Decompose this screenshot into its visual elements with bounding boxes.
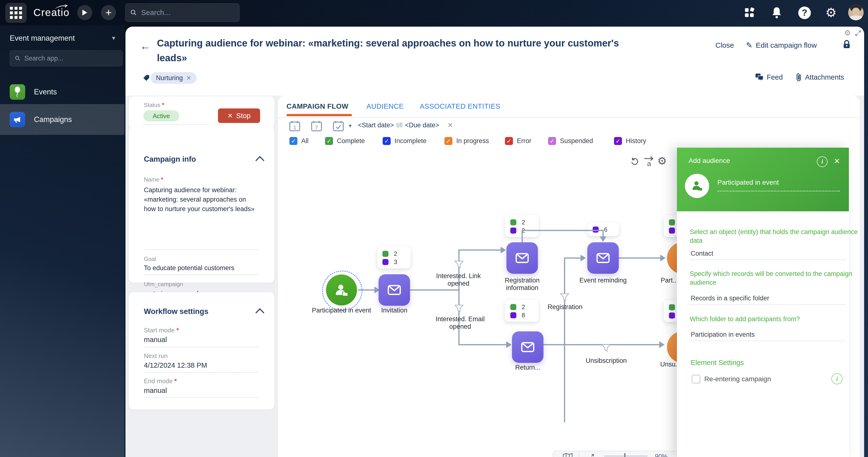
stop-button[interactable]: ✕ Stop (218, 108, 260, 123)
funnel-icon[interactable] (455, 305, 463, 312)
field-underline (690, 304, 845, 305)
tag-chip[interactable]: Nurturing ✕ (151, 72, 197, 84)
field-underline (690, 259, 845, 260)
workspace-selector[interactable]: Event management ▼ (10, 34, 116, 42)
notifications-button[interactable] (771, 6, 783, 20)
node-invitation[interactable] (378, 274, 410, 306)
workflow-title: Workflow settings (144, 307, 208, 316)
field-underline (144, 347, 259, 347)
email-icon (387, 283, 402, 297)
feed-button[interactable]: Feed (755, 73, 783, 81)
field-label: Which folder to add participants from? (690, 315, 859, 323)
campaign-info-card: Campaign info Name Capturing audience fo… (129, 126, 274, 283)
tag-icon (143, 74, 150, 82)
status-label: Status (144, 102, 164, 108)
re-entering-label: Re-entering campaign (704, 375, 771, 383)
app-search[interactable] (10, 51, 123, 66)
expand-icon[interactable] (855, 30, 862, 37)
events-app-icon (10, 84, 25, 100)
edge-label-unsubscription[interactable]: Unsibscription (570, 357, 643, 364)
node-label: Registrationinformation (486, 277, 558, 292)
global-search[interactable] (125, 3, 240, 22)
play-icon (82, 9, 88, 16)
question-icon: ? (802, 8, 807, 18)
collapse-chevron-icon[interactable] (255, 308, 265, 317)
field-underline (144, 274, 259, 275)
info-icon[interactable]: i (817, 156, 828, 167)
attachments-button[interactable]: Attachments (795, 73, 844, 82)
node-label: Return... (491, 364, 564, 371)
header-gear-icon[interactable]: ⚙ (844, 29, 851, 37)
field-value-object[interactable]: Contact (691, 250, 713, 257)
sidebar-item-events[interactable]: Events (0, 80, 124, 104)
logo-arrow-icon (54, 4, 68, 10)
zoom-level: 90% (655, 453, 668, 457)
workplaces-button[interactable] (744, 7, 755, 19)
audience-icon (333, 282, 350, 298)
element-avatar (685, 174, 709, 198)
start-mode-label: Start mode (144, 327, 179, 334)
node-label: Event reminding (567, 277, 640, 284)
element-settings-section: Element Settings (691, 359, 744, 367)
run-process-button[interactable] (77, 5, 92, 20)
next-run-value[interactable]: 4/12/2024 12:38 PM (144, 361, 207, 369)
field-value-records[interactable]: Records in a specific folder (691, 295, 769, 302)
global-search-input[interactable] (141, 8, 235, 17)
top-bar: Creatio + (0, 0, 868, 25)
back-button[interactable]: ← (140, 40, 151, 52)
zoom-slider-handle[interactable] (624, 453, 625, 457)
info-icon[interactable]: i (831, 373, 843, 384)
edit-campaign-flow-button[interactable]: ✎ Edit campaign flow (746, 41, 817, 50)
x-icon: ✕ (227, 112, 233, 120)
field-value-folder[interactable]: Participation in events (691, 331, 755, 338)
node-registration-information[interactable] (506, 242, 538, 274)
tag-remove-icon[interactable]: ✕ (186, 74, 191, 81)
funnel-icon[interactable] (455, 261, 463, 268)
app-launcher-button[interactable] (5, 3, 27, 23)
end-mode-value[interactable]: manual (144, 387, 167, 395)
bell-icon (771, 6, 783, 20)
node-participated-in-event[interactable] (326, 274, 357, 305)
element-name[interactable]: Participated in event (717, 178, 779, 186)
edge-label-email-opened[interactable]: Interested. Emailopened (424, 316, 496, 330)
user-avatar[interactable] (848, 5, 864, 20)
add-record-button[interactable]: + (101, 5, 116, 20)
minimap-icon[interactable] (563, 453, 572, 457)
panel-close-icon[interactable]: ✕ (834, 157, 840, 165)
sidebar: Event management ▼ Events (0, 25, 124, 457)
field-label: Select an object (entity) that holds the… (690, 228, 859, 245)
app-search-input[interactable] (24, 55, 118, 62)
utm-label: Utm_campaign (144, 281, 183, 288)
node-return[interactable] (512, 331, 544, 363)
email-icon (520, 339, 535, 355)
gear-icon: ⚙ (826, 6, 837, 20)
goal-value[interactable]: To educate potential customers (144, 264, 235, 272)
pencil-icon: ✎ (746, 41, 752, 50)
stop-label: Stop (236, 112, 251, 120)
sidebar-item-label: Campaigns (34, 115, 72, 124)
collapse-chevron-icon[interactable] (255, 156, 265, 165)
status-badge[interactable]: Active (144, 110, 179, 122)
re-entering-checkbox[interactable] (692, 375, 701, 383)
paperclip-icon (795, 73, 802, 82)
field-underline (144, 397, 259, 398)
lock-icon[interactable] (842, 39, 851, 50)
node-event-reminding[interactable] (587, 242, 619, 274)
panel-header: Add audience i ✕ Participated in event (677, 148, 849, 211)
funnel-icon[interactable] (561, 294, 569, 300)
megaphone-icon (13, 115, 22, 124)
name-value[interactable]: Capturing audience for webinar: «marketi… (144, 186, 258, 214)
element-settings-panel: Add audience i ✕ Participated in event S… (677, 148, 849, 457)
search-icon (15, 55, 20, 62)
help-button[interactable]: ? (798, 6, 811, 19)
sidebar-item-campaigns[interactable]: Campaigns (0, 104, 124, 135)
start-mode-value[interactable]: manual (144, 336, 167, 344)
system-settings-button[interactable]: ⚙ (826, 5, 837, 20)
zoom-slider[interactable] (604, 456, 648, 457)
close-button[interactable]: Close (715, 41, 734, 50)
edge-label-registration[interactable]: Registration (529, 303, 601, 311)
funnel-icon[interactable] (602, 345, 610, 351)
workspace-name: Event management (10, 34, 75, 42)
fit-screen-icon[interactable] (587, 453, 595, 457)
edge-label-link-opened[interactable]: Interested. Linkopened (422, 272, 495, 287)
